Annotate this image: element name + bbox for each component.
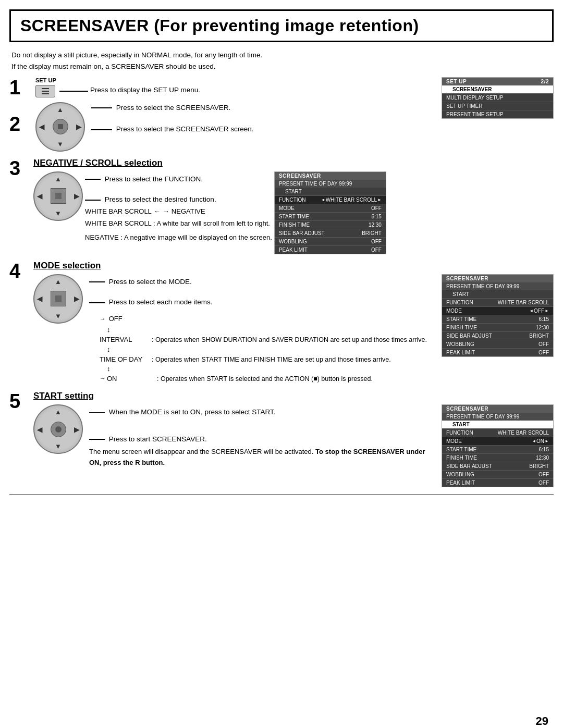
page-title-bar: SCREENSAVER (For preventing image retent… <box>9 9 554 42</box>
dpad-left2[interactable]: ◀ <box>39 123 44 131</box>
mode-on-label: ON <box>107 374 157 385</box>
dpad-left4[interactable]: ◀ <box>37 295 42 303</box>
page-title: SCREENSAVER (For preventing image retent… <box>20 16 543 35</box>
ss-menu3-finishtime-row: FINISH TIME12:30 <box>275 220 386 229</box>
dpad-down4[interactable]: ▼ <box>55 312 62 320</box>
step3-number: 3 <box>9 158 33 180</box>
dpad-center3[interactable] <box>51 188 66 204</box>
ss-menu5-header: SCREENSAVER <box>442 405 553 413</box>
step4-number-col: 4 <box>9 261 33 385</box>
setup-menu-box: SET UP 2/2 SCREENSAVER MULTI DISPLAY SET… <box>442 77 554 119</box>
dpad-right3[interactable]: ▶ <box>74 192 79 200</box>
step4-heading: MODE selection <box>33 261 554 271</box>
steps-1-2-container: 1 2 SET UP Press to display the SET UP m… <box>9 77 554 152</box>
ss-menu4-function-row: FUNCTIONWHITE BAR SCROLL <box>442 298 553 306</box>
negative-label: NEGATIVE <box>172 207 205 215</box>
connector5b <box>89 439 105 440</box>
dpad-up2[interactable]: ▲ <box>57 106 64 114</box>
ss-menu5-peaklimit-row: PEAK LIMITOFF <box>442 478 553 487</box>
step2-number: 2 <box>9 114 33 135</box>
mode-off: → OFF <box>100 312 435 326</box>
dpad-up4[interactable]: ▲ <box>55 278 62 286</box>
mode-on-desc: : Operates when START is selected and th… <box>157 374 373 384</box>
dpad-down5[interactable]: ▼ <box>55 442 62 450</box>
setup-btn-icon[interactable] <box>35 85 55 97</box>
step2-dpad: ▲ ▼ ◀ ▶ <box>35 102 85 152</box>
step5-dpad: ▲ ▼ ◀ ▶ <box>33 404 83 454</box>
ss-menu5-start: START <box>442 421 553 428</box>
svg-rect-6 <box>55 426 62 433</box>
step3-number-col: 3 <box>9 158 33 254</box>
bottom-hr <box>9 495 554 495</box>
setup-menu-item1: MULTI DISPLAY SETUP <box>442 93 553 102</box>
connector4b <box>89 302 105 303</box>
step1-row: SET UP <box>35 77 442 83</box>
mode-timeofday-row: TIME OF DAY : Operates when START TIME a… <box>100 354 435 365</box>
step5-number-col: 5 <box>9 391 33 487</box>
step4-number: 4 <box>9 261 33 282</box>
svg-rect-5 <box>55 295 62 302</box>
screensaver-menu5: SCREENSAVER PRESENT TIME OF DAY 99:99 ST… <box>442 404 554 487</box>
step5-wrapper: 5 START setting ▲ ▼ ◀ ▶ <box>9 391 554 487</box>
ss-menu4-header: SCREENSAVER <box>442 275 553 282</box>
mode-interval-row: INTERVAL : Operates when SHOW DURATION a… <box>100 335 435 346</box>
step4-texts: Press to select the MODE. Press to selec… <box>89 276 435 385</box>
ss-menu5-wobbling-row: WOBBLINGOFF <box>442 470 553 478</box>
step3-dpad: ▲ ▼ ◀ ▶ <box>33 171 83 221</box>
mode-down2: ↕ <box>107 346 435 354</box>
step3-content: NEGATIVE / SCROLL selection ▲ ▼ ◀ ▶ <box>33 158 554 254</box>
setup-menu-item3: PRESENT TIME SETUP <box>442 110 553 118</box>
mode-down3: ↕ <box>107 365 435 374</box>
svg-rect-4 <box>55 193 62 199</box>
svg-rect-3 <box>58 124 63 129</box>
step5-heading: START setting <box>33 391 554 401</box>
step3-inst1: Press to select the FUNCTION. <box>85 174 272 185</box>
dpad-center2[interactable] <box>53 119 68 134</box>
dpad-right2[interactable]: ▶ <box>76 123 81 131</box>
mode-list: → OFF ↕ INTERVAL : Operates when SHOW DU… <box>100 312 435 385</box>
setup-label: SET UP <box>35 77 56 83</box>
step5-inner: ▲ ▼ ◀ ▶ When the MODE is s <box>33 404 554 487</box>
dpad-up3[interactable]: ▲ <box>55 175 62 183</box>
step4-inst1: Press to select the MODE. <box>89 276 435 288</box>
dpad-up5[interactable]: ▲ <box>55 408 62 416</box>
right-arrow-icon: → <box>163 207 169 215</box>
mode-down1: ↕ <box>107 326 435 335</box>
ss-menu5-function-row: FUNCTIONWHITE BAR SCROLL <box>442 428 553 437</box>
step4-inner: ▲ ▼ ◀ ▶ Press to select the MODE. <box>33 274 554 385</box>
dpad-left3[interactable]: ◀ <box>37 192 42 200</box>
ss-menu4-sidebar-row: SIDE BAR ADJUSTBRIGHT <box>442 331 553 340</box>
dpad-circle5: ▲ ▼ ◀ ▶ <box>33 404 83 454</box>
dpad-center5[interactable] <box>51 422 66 437</box>
scroll-arrow-row: WHITE BAR SCROLL ← → NEGATIVE <box>85 207 272 215</box>
screensaver-menu4: SCREENSAVER PRESENT TIME OF DAY 99:99 ST… <box>442 274 554 385</box>
dpad-right4[interactable]: ▶ <box>74 295 79 303</box>
dpad-down3[interactable]: ▼ <box>55 209 62 217</box>
dpad-left5[interactable]: ◀ <box>37 425 42 433</box>
dpad-down2[interactable]: ▼ <box>57 140 64 148</box>
connector-line2a <box>91 107 112 108</box>
mode-timeofday-label: TIME OF DAY <box>100 354 152 365</box>
connector3a <box>85 179 101 180</box>
step3-texts: Press to select the FUNCTION. Press to s… <box>85 174 272 254</box>
step-numbers-col: 1 2 <box>9 77 33 152</box>
connector3b <box>85 200 101 201</box>
dpad-center4[interactable] <box>51 291 66 306</box>
ss-menu5-starttime-row: START TIME6:15 <box>442 445 553 453</box>
mode-timeofday-desc: : Operates when START TIME and FINISH TI… <box>152 354 391 365</box>
mode-on-row: → ON : Operates when START is selected a… <box>100 374 435 385</box>
step5-number: 5 <box>9 391 33 413</box>
ss-menu3-start: START <box>275 188 386 195</box>
step2-texts: Press to select the SCREENSAVER. Press t… <box>91 102 442 137</box>
step5-texts: When the MODE is set to ON, press to sel… <box>89 406 435 487</box>
connector-line2b <box>91 129 112 130</box>
setup-menu-item2: SET UP TIMER <box>442 102 553 110</box>
ss-menu3-mode-row: MODEOFF <box>275 204 386 212</box>
step3-note1: WHITE BAR SCROLL : A white bar will scro… <box>85 218 272 229</box>
ss-menu4-finishtime-row: FINISH TIME12:30 <box>442 323 553 331</box>
screensaver-menu3: SCREENSAVER PRESENT TIME OF DAY 99:99 ST… <box>274 171 386 254</box>
ss-menu4-starttime-row: START TIME6:15 <box>442 315 553 323</box>
dpad-right5[interactable]: ▶ <box>74 425 79 433</box>
ss-menu5-finishtime-row: FINISH TIME12:30 <box>442 453 553 462</box>
ss-menu3-sidebar-row: SIDE BAR ADJUSTBRIGHT <box>275 229 386 237</box>
